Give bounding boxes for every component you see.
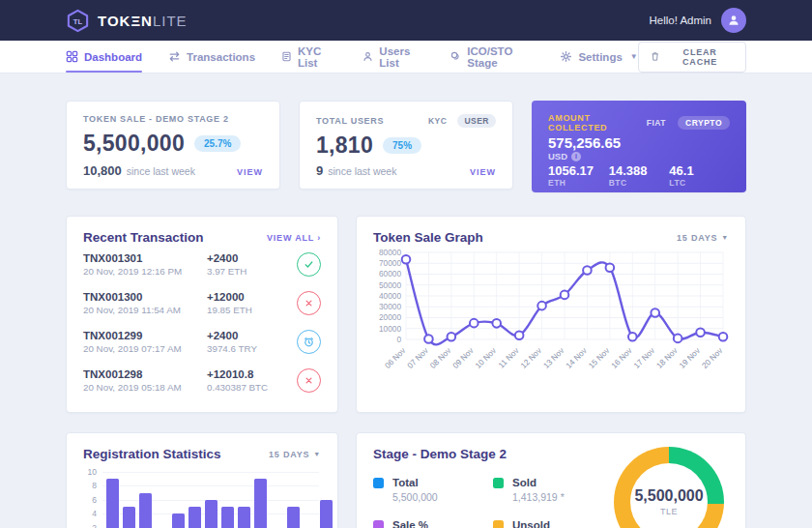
svg-text:0: 0 <box>396 335 401 344</box>
transaction-id: TNX001300 <box>83 291 207 303</box>
token-sale-graph-title: Token Sale Graph <box>373 230 483 245</box>
recent-transactions-card: Recent Transaction VIEW ALL › TNX0013012… <box>66 216 338 413</box>
amount: 46.1 <box>669 163 730 178</box>
status-canceled-icon[interactable] <box>297 291 321 315</box>
transaction-amount: +12010.8 <box>207 368 292 380</box>
tab-fiat[interactable]: FIAT <box>639 116 674 130</box>
tab-crypto[interactable]: CRYPTO <box>678 116 730 130</box>
transaction-date: 20 Nov, 2019 12:16 PM <box>83 266 207 277</box>
transaction-equivalent: 3.97 ETH <box>207 266 292 277</box>
svg-text:19 Nov: 19 Nov <box>677 345 702 370</box>
bar[interactable] <box>172 513 185 528</box>
bar[interactable] <box>106 479 119 528</box>
greeting-text: Hello! Admin <box>649 15 711 26</box>
svg-text:06 Nov: 06 Nov <box>383 345 408 370</box>
total-users-title: TOTAL USERS <box>316 116 384 126</box>
svg-text:10 Nov: 10 Nov <box>473 345 498 370</box>
stage-title: Stage - Demo Stage 2 <box>373 447 507 461</box>
dashboard-page: TL TOKΞNLITE Hello! Admin DashboardTrans… <box>0 0 812 528</box>
grid-icon <box>66 50 78 63</box>
bar[interactable] <box>205 500 218 528</box>
transaction-row[interactable]: TNX00130120 Nov, 2019 12:16 PM+24003.97 … <box>83 245 321 283</box>
bar[interactable] <box>254 479 267 528</box>
clear-cache-button[interactable]: CLEAR CACHE <box>638 42 746 73</box>
legend-swatch <box>373 520 384 528</box>
legend-value: 5,500,000 <box>392 491 438 503</box>
tab-kyc[interactable]: KYC <box>421 114 453 128</box>
legend-item-total: Total5,500,000 <box>373 477 493 503</box>
sub-navigation: DashboardTransactionsKYC ListUsers ListI… <box>0 41 812 73</box>
stat-cards-row: TOKEN SALE - DEMO STAGE 2 5,500,000 25.7… <box>66 101 746 192</box>
avatar[interactable] <box>721 8 746 33</box>
tab-user[interactable]: USER <box>457 114 496 128</box>
token-sale-view-link[interactable]: VIEW <box>237 167 263 177</box>
bar[interactable] <box>188 507 201 528</box>
svg-text:15 Nov: 15 Nov <box>587 345 612 370</box>
status-approved-icon[interactable] <box>297 252 321 277</box>
total-users-delta: 9 <box>316 163 323 178</box>
currency-label: LTC <box>669 178 730 188</box>
recent-transactions-title: Recent Transaction <box>83 230 204 245</box>
bar[interactable] <box>287 507 300 528</box>
view-all-link[interactable]: VIEW ALL › <box>267 233 321 243</box>
nav-item-kyc-list[interactable]: KYC List <box>281 41 336 73</box>
amount: 14.388 <box>609 163 670 178</box>
swap-icon <box>168 50 181 63</box>
nav-item-ico-sto-stage[interactable]: ICO/STO Stage <box>450 41 534 73</box>
token-sale-graph-card: Token Sale Graph 15 DAYS▼ 01000020000300… <box>356 216 746 413</box>
check-icon <box>303 258 315 271</box>
donut-center-label: TLE <box>660 507 678 516</box>
y-axis-label: 6 <box>83 495 97 505</box>
svg-text:16 Nov: 16 Nov <box>609 345 634 370</box>
total-users-view-link[interactable]: VIEW <box>470 167 496 177</box>
amount-collected-title: AMOUNT COLLECTED <box>548 113 639 132</box>
transaction-id: TNX001301 <box>83 252 207 264</box>
svg-text:50000: 50000 <box>379 280 401 290</box>
bar[interactable] <box>221 507 234 528</box>
status-pending-icon[interactable] <box>297 330 321 354</box>
registration-range-dropdown[interactable]: 15 DAYS▼ <box>269 450 321 459</box>
coins-icon <box>450 50 461 63</box>
total-users-value: 1,810 <box>316 132 373 159</box>
svg-text:10000: 10000 <box>379 324 401 334</box>
brand-logo[interactable]: TL TOKΞNLITE <box>66 9 188 33</box>
donut-center: 5,500,000 TLE <box>630 463 708 528</box>
graph-range-dropdown[interactable]: 15 DAYS▼ <box>677 233 729 243</box>
transaction-row[interactable]: TNX00129920 Nov, 2019 07:17 AM+24003974.… <box>83 322 321 361</box>
nav-item-label: Transactions <box>187 51 255 63</box>
donut-center-value: 5,500,000 <box>634 487 703 505</box>
token-sale-badge: 25.7% <box>194 135 241 152</box>
bar[interactable] <box>238 507 250 528</box>
line-chart-svg: 0100002000030000400005000060000700008000… <box>373 245 731 386</box>
legend-value: 1,413,919 * <box>512 491 565 503</box>
nav-item-settings[interactable]: Settings▼ <box>560 41 637 73</box>
brand-name: TOKΞNLITE <box>98 13 188 29</box>
bar[interactable] <box>139 493 152 528</box>
y-axis-label: 2 <box>83 523 97 528</box>
transaction-row[interactable]: TNX00130020 Nov, 2019 11:54 AM+1200019.8… <box>83 283 321 322</box>
amount-collected-card: AMOUNT COLLECTED FIATCRYPTO 575,256.65 U… <box>532 101 746 192</box>
users-kyc-toggle: KYCUSER <box>421 114 496 128</box>
user-icon <box>362 50 373 63</box>
cross-icon <box>303 297 315 309</box>
nav-item-transactions[interactable]: Transactions <box>168 41 255 73</box>
chevron-down-icon: ▼ <box>721 234 729 241</box>
token-sale-delta: 10,800 <box>83 163 122 178</box>
nav-item-label: KYC List <box>298 45 336 69</box>
legend-swatch <box>493 520 504 528</box>
legend-item-sale-: Sale %25.7% Sold <box>373 519 493 528</box>
bar[interactable] <box>320 500 333 528</box>
svg-text:TL: TL <box>73 16 83 25</box>
status-canceled-icon[interactable] <box>297 368 321 393</box>
transaction-equivalent: 3974.6 TRY <box>207 343 292 354</box>
bars-group <box>106 472 333 528</box>
nav-item-dashboard[interactable]: Dashboard <box>66 41 142 73</box>
y-axis-label: 8 <box>83 481 97 490</box>
transaction-row[interactable]: TNX00129820 Nov, 2019 05:18 AM+12010.80.… <box>83 361 321 399</box>
bar[interactable] <box>123 507 135 528</box>
nav-item-users-list[interactable]: Users List <box>362 41 424 73</box>
fiat-crypto-toggle: FIATCRYPTO <box>639 116 730 130</box>
gear-icon <box>560 50 572 63</box>
collected-ltc: 46.1LTC <box>669 163 730 188</box>
info-icon[interactable]: i <box>571 152 581 161</box>
